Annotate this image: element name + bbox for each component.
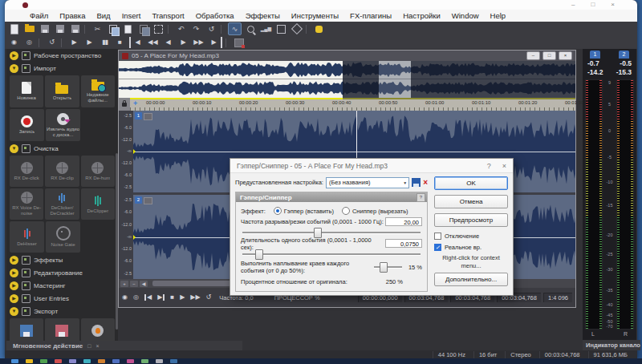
undo-button[interactable]: ↶ xyxy=(175,23,187,34)
taskbar-icon[interactable] xyxy=(83,359,91,363)
menu-item[interactable]: Вид xyxy=(91,11,116,20)
go-to-end-button[interactable]: ▶ xyxy=(208,37,222,48)
maximize-icon[interactable]: □ xyxy=(591,2,595,8)
loop-region-bar[interactable] xyxy=(119,98,343,99)
redo-button[interactable]: ↷ xyxy=(190,23,202,34)
step-back-button[interactable]: ◀ xyxy=(162,37,174,48)
meters-panel-title-bar[interactable]: Индикатор каналов xyxy=(583,340,640,350)
dialog-close-icon[interactable]: × xyxy=(502,162,506,170)
panel-close-icon[interactable]: × xyxy=(96,343,100,349)
sidebar-section-user-entries[interactable]: ▶ User Entries xyxy=(6,292,118,305)
menu-item[interactable]: FX-плагины xyxy=(344,11,397,20)
delete-preset-icon[interactable]: × xyxy=(423,179,428,187)
cleanup-tile-declipper[interactable]: DeClipper xyxy=(81,188,115,220)
cleanup-tile-declick[interactable]: RX De-click xyxy=(10,156,43,187)
document-title-bar[interactable]: 05 - A Place For My Head.mp3 – □ × xyxy=(119,51,575,61)
save-as-button[interactable] xyxy=(54,23,66,34)
cut-button[interactable]: ✂ xyxy=(91,23,104,34)
scroll-left-icon[interactable]: ◀ xyxy=(140,281,148,287)
menu-item[interactable]: Insert xyxy=(116,11,147,20)
channel-2-badge[interactable]: 2 xyxy=(135,196,142,204)
meter-tab-1[interactable]: 1 xyxy=(590,51,600,59)
meter-tab-2[interactable]: 2 xyxy=(619,51,629,59)
cleanup-tile-dehisser[interactable]: DeHisser xyxy=(10,221,44,253)
cleanup-tile-noise-gate[interactable]: Noise Gate xyxy=(46,221,80,253)
footer-loop-icon[interactable]: ↺ xyxy=(206,294,212,301)
taskbar-icon[interactable] xyxy=(170,359,177,363)
taskbar-icon[interactable] xyxy=(141,359,148,363)
repeat-button[interactable]: ↺ xyxy=(205,23,217,34)
menu-item[interactable]: Правка xyxy=(54,11,91,20)
taskbar-icon[interactable] xyxy=(40,359,47,363)
menu-item[interactable]: Обработка xyxy=(190,11,240,20)
export-tile-burn-cd[interactable] xyxy=(81,318,115,341)
cleanup-tile-declicker[interactable]: DeClicker/ DeCrackler xyxy=(45,188,79,220)
forward-button[interactable]: ▶▶ xyxy=(193,37,205,48)
group-help-icon[interactable]: ? xyxy=(416,193,425,202)
dialog-help-icon[interactable]: ? xyxy=(487,162,491,170)
snap-icon[interactable]: + xyxy=(133,99,137,107)
bypass-checkbox[interactable]: Отключение xyxy=(434,232,508,241)
cleanup-tile-dehum[interactable]: RX De-hum xyxy=(81,156,115,187)
import-tile-new[interactable]: Новинка xyxy=(10,75,43,107)
sidebar-section-cleanup[interactable]: ▼ Очистка xyxy=(6,142,118,155)
sidebar-section-effects[interactable]: ▶ Эффекты xyxy=(6,253,118,266)
footer-scrub-icon[interactable]: ▶▶ xyxy=(190,294,200,301)
save-all-button[interactable] xyxy=(69,23,81,34)
taskbar-icon[interactable] xyxy=(11,359,18,363)
menu-item[interactable]: Transport xyxy=(146,11,189,20)
record-remote-button[interactable]: ◎ xyxy=(23,37,35,48)
sidebar-section-export[interactable]: ▼ Экспорт xyxy=(6,305,118,317)
doc-restore-icon[interactable]: □ xyxy=(542,51,556,60)
menu-item[interactable]: Эффекты xyxy=(240,11,286,20)
close-icon[interactable]: × xyxy=(611,2,615,8)
import-tile-extract-cd[interactable]: Извлечь аудио с диска... xyxy=(46,109,80,141)
new-file-button[interactable] xyxy=(8,23,20,34)
slider-thumb[interactable] xyxy=(255,249,263,260)
footer-go-end-icon[interactable]: ▶ xyxy=(157,294,165,301)
zoom-out-icon[interactable]: − xyxy=(130,281,138,287)
import-tile-recent[interactable]: Недавние файлы... xyxy=(81,75,115,107)
panel-restore-icon[interactable]: □ xyxy=(87,343,91,349)
taskbar-icon[interactable] xyxy=(55,359,62,363)
import-tile-open[interactable]: Открыть xyxy=(45,75,79,107)
fade-slider[interactable] xyxy=(374,262,402,271)
paste-button[interactable] xyxy=(122,23,134,34)
sidebar-section-mastering[interactable]: ▶ Мастеринг xyxy=(6,279,118,292)
channel-1-badge[interactable]: 1 xyxy=(135,112,142,119)
slider-thumb[interactable] xyxy=(314,228,322,238)
save-button[interactable] xyxy=(39,23,51,34)
preset-dropdown[interactable]: (Без названия) ▼ xyxy=(326,177,409,188)
mix-button[interactable] xyxy=(137,23,149,34)
preview-button[interactable]: Предпросмотр xyxy=(434,213,508,227)
taskbar-icon[interactable] xyxy=(26,359,33,363)
channel-2-minimize-icon[interactable] xyxy=(144,197,152,204)
channel-1-minimize-icon[interactable] xyxy=(144,113,152,120)
footer-record-alt-icon[interactable]: ◎ xyxy=(133,294,139,301)
stop-button[interactable]: ■ xyxy=(114,37,126,48)
sidebar-section-import[interactable]: ▼ Импорт xyxy=(6,62,118,75)
zoom-tool-button[interactable] xyxy=(245,23,257,34)
cleanup-tile-declip[interactable]: RX De-clip xyxy=(45,156,79,187)
menu-item[interactable]: Настройки xyxy=(397,11,446,20)
duration-slider[interactable] xyxy=(242,249,421,258)
taskbar-icon[interactable] xyxy=(127,359,134,363)
group-header[interactable]: Гэппер/Сниппер ? xyxy=(236,192,427,202)
save-preset-icon[interactable] xyxy=(412,178,421,187)
taskbar-icon[interactable] xyxy=(98,359,105,363)
footer-go-start-icon[interactable]: ◀ xyxy=(144,294,152,301)
zoom-in-icon[interactable]: + xyxy=(120,281,128,287)
menu-item[interactable]: Window xyxy=(446,11,485,20)
duration-value-input[interactable]: 0,0750 xyxy=(385,239,422,248)
menu-item[interactable]: Файл xyxy=(24,11,54,20)
taskbar-icon[interactable] xyxy=(112,359,120,363)
ok-button[interactable]: OK xyxy=(434,176,508,190)
play-all-button[interactable]: ▶ xyxy=(68,37,80,48)
marker-tool-button[interactable] xyxy=(233,37,245,48)
import-tile-record[interactable]: Запись xyxy=(10,109,44,141)
hand-tool-button[interactable] xyxy=(313,23,325,34)
menu-item[interactable]: Инструменты xyxy=(286,11,344,20)
trim-button[interactable] xyxy=(152,23,165,34)
levels-tool-button[interactable]: ▂▄▆ xyxy=(260,23,272,34)
play-button[interactable]: ▶ xyxy=(83,37,95,48)
